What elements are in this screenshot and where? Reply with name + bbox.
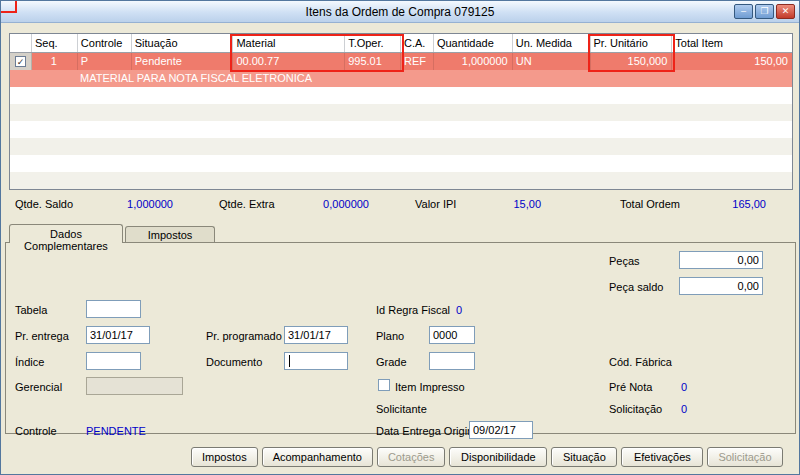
plano-field[interactable] [429,326,475,344]
qtde-saldo-label: Qtde. Saldo [15,198,73,210]
column-header-pr-unitario: Pr. Unitário [591,34,673,52]
row-checkbox-checked[interactable]: ✓ [15,56,26,67]
empty-grid-row [10,138,792,155]
column-header-quantidade: Quantidade [434,34,513,52]
column-header-un-medida: Un. Medida [513,34,591,52]
id-regra-fiscal-value: 0 [456,304,462,316]
pr-entrega-field[interactable] [86,326,150,344]
column-header-selector [10,34,32,52]
tab-dados-complementares[interactable]: Dados Complementares [9,224,123,243]
indice-label: Índice [15,356,44,368]
cell-situacao: Pendente [132,53,234,70]
solicitacao-value: 0 [681,403,687,415]
text-caret [289,355,290,367]
solicitacao-label: Solicitação [609,403,662,415]
pre-nota-value: 0 [681,381,687,393]
pecas-field[interactable] [679,251,763,269]
valor-ipi-label: Valor IPI [415,198,456,210]
cotacoes-button: Cotações [377,447,445,467]
indice-field[interactable] [86,352,141,370]
column-header-controle: Controle [78,34,132,52]
empty-grid-row [10,87,792,104]
column-header-total-item: Total Item [672,34,792,52]
grid-header-row: Seq. Controle Situação Material T.Oper. … [10,34,792,53]
gerencial-label: Gerencial [15,381,62,393]
solicitante-label: Solicitante [376,403,427,415]
row-description: MATERIAL PARA NOTA FISCAL ELETRONICA [10,70,792,87]
situacao-button[interactable]: Situação [551,447,617,467]
documento-field[interactable] [284,352,348,370]
data-entrega-original-field[interactable] [469,421,533,439]
solicitacao-button: Solicitação [707,447,782,467]
total-ordem-label: Total Ordem [620,198,680,210]
window-title: Itens da Ordem de Compra 079125 [306,5,495,19]
column-header-material: Material [233,34,345,52]
column-header-toper: T.Oper. [345,34,401,52]
impostos-button[interactable]: Impostos [191,447,258,467]
qtde-extra-value: 0,000000 [291,198,369,210]
pre-nota-label: Pré Nota [609,381,652,393]
empty-grid-row [10,121,792,138]
cell-un-medida: UN [513,53,591,70]
pr-entrega-label: Pr. entrega [15,330,69,342]
qtde-extra-label: Qtde. Extra [219,198,275,210]
empty-grid-row [10,155,792,172]
column-header-situacao: Situação [132,34,234,52]
cell-quantidade: 1,000000 [434,53,513,70]
maximize-icon[interactable]: ❐ [755,4,774,19]
disponibilidade-button[interactable]: Disponibilidade [449,447,547,467]
cell-ca: REF [401,53,434,70]
pecas-label: Peças [609,255,640,267]
gerencial-field [86,377,183,395]
item-impresso-checkbox[interactable] [378,379,390,391]
data-entrega-original-label: Data Entrega Original [376,425,482,437]
tabela-field[interactable] [86,300,141,318]
peca-saldo-label: Peça saldo [609,281,663,293]
cell-material: 00.00.77 [233,53,345,70]
empty-grid-row [10,104,792,121]
acompanhamento-button[interactable]: Acompanhamento [262,447,373,467]
title-bar: Itens da Ordem de Compra 079125 [1,1,799,23]
controle-label: Controle [15,425,57,437]
empty-grid-row [10,172,792,189]
column-header-seq: Seq. [32,34,78,52]
controle-value: PENDENTE [86,425,146,437]
peca-saldo-field[interactable] [679,277,763,295]
valor-ipi-value: 15,00 [471,198,541,210]
tabela-label: Tabela [15,304,47,316]
pr-programado-field[interactable] [284,326,348,344]
id-regra-fiscal-label: Id Regra Fiscal [376,304,450,316]
pr-programado-label: Pr. programado [206,330,282,342]
cell-seq: 1 [32,53,78,70]
dialog-window: Itens da Ordem de Compra 079125 – ❐ ✕ Se… [0,0,800,475]
close-icon[interactable]: ✕ [776,4,795,19]
documento-label: Documento [206,356,262,368]
total-ordem-value: 165,00 [696,198,766,210]
cell-pr-unitario: 150,000 [591,53,673,70]
table-row[interactable]: ✓ 1 P Pendente 00.00.77 995.01 REF 1,000… [10,53,792,70]
column-header-ca: C.A. [401,34,434,52]
cell-total-item: 150,00 [672,53,792,70]
grade-field[interactable] [429,352,475,370]
items-grid: Seq. Controle Situação Material T.Oper. … [9,33,793,190]
minimize-icon[interactable]: – [734,4,753,19]
tab-impostos[interactable]: Impostos [125,226,215,243]
efetivacoes-button[interactable]: Efetivações [621,447,703,467]
plano-label: Plano [376,330,404,342]
footer-button-row: Impostos Acompanhamento Cotações Disponi… [191,447,783,467]
grade-label: Grade [376,356,407,368]
window-controls: – ❐ ✕ [734,4,795,19]
item-impresso-label: Item Impresso [395,381,465,393]
cell-controle: P [78,53,132,70]
cod-fabrica-label: Cód. Fábrica [609,356,672,368]
row-selector-cell: ✓ [10,53,32,70]
qtde-saldo-value: 1,000000 [91,198,173,210]
cell-toper: 995.01 [345,53,401,70]
